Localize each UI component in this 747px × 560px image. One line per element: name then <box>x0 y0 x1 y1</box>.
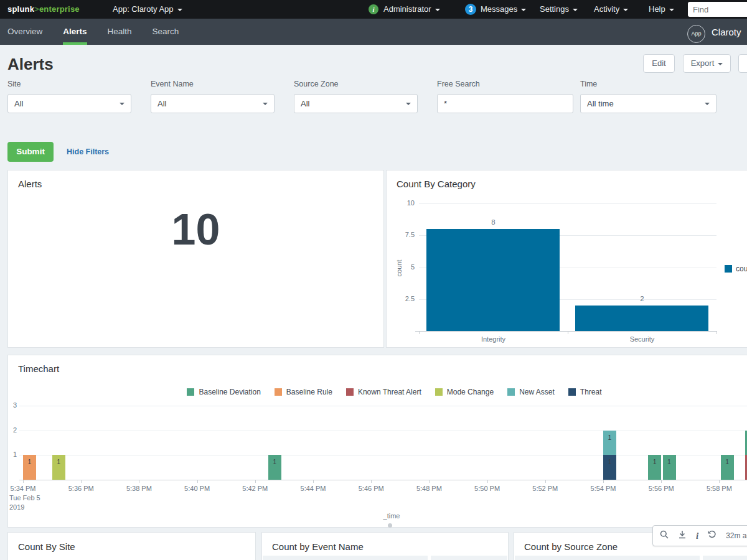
x-axis-tick-label: 5:40 PM <box>177 485 217 492</box>
free-search-input[interactable] <box>437 94 573 113</box>
app-menu-label: App: Claroty App <box>113 4 174 14</box>
x-axis-tickmark <box>603 480 604 483</box>
x-axis-category-label: Integrity <box>419 335 568 343</box>
count-by-category-panel: Count By Category 2.557.510count8Integri… <box>386 170 747 348</box>
x-axis-line <box>415 331 716 332</box>
tab-health[interactable]: Health <box>108 19 132 45</box>
x-axis-line <box>19 480 747 480</box>
site-dropdown-value: All <box>14 99 23 108</box>
hide-filters-link[interactable]: Hide Filters <box>67 147 109 156</box>
bar-segment-value-label: 1 <box>648 458 661 465</box>
x-axis-tick-label: 5:42 PM <box>235 485 275 492</box>
y-axis-label: count <box>395 256 403 281</box>
x-axis-tickmark <box>719 480 720 483</box>
timechart-panel: Timechart Baseline DeviationBaseline Rul… <box>7 355 747 528</box>
magnifier-icon[interactable] <box>660 530 669 541</box>
filter-label-time: Time <box>580 80 597 88</box>
y-axis-tick-label: 1 <box>8 450 17 458</box>
chevron-down-icon <box>718 63 723 65</box>
download-icon[interactable] <box>678 530 687 541</box>
tab-overview[interactable]: Overview <box>7 19 42 45</box>
x-axis-tickmark <box>568 331 568 334</box>
settings-menu[interactable]: Settings <box>540 0 578 19</box>
y-axis-tick-label: 3 <box>8 401 17 409</box>
activity-label: Activity <box>594 4 619 14</box>
edit-button[interactable]: Edit <box>643 54 675 73</box>
x-axis-tickmark <box>419 331 420 334</box>
user-menu[interactable]: Administrator <box>383 0 440 19</box>
find-search-input[interactable] <box>688 2 747 17</box>
filter-label-source-zone: Source Zone <box>294 80 339 88</box>
filter-label-free-search: Free Search <box>437 80 480 88</box>
activity-menu[interactable]: Activity <box>594 0 628 19</box>
app-menu[interactable]: App: Claroty App <box>113 0 182 19</box>
chevron-down-icon <box>521 9 526 11</box>
chevron-down-icon <box>669 9 674 11</box>
category-bar-security[interactable] <box>575 306 708 331</box>
x-axis-tick-label: 5:48 PM <box>409 485 449 492</box>
filter-label-event-name: Event Name <box>151 80 194 88</box>
panel-title-count-by-event-name: Count by Event Name <box>272 541 364 552</box>
more-button[interactable] <box>738 54 747 73</box>
table-column-divider <box>700 556 703 560</box>
bar-segment-value-label: 1 <box>721 458 734 465</box>
messages-count-badge: 3 <box>465 4 476 15</box>
source-zone-dropdown-value: All <box>301 99 309 108</box>
refresh-icon[interactable] <box>708 530 716 541</box>
count-by-category-chart: 2.557.510count8Integrity2Securitycount <box>387 170 747 347</box>
chevron-down-icon <box>120 103 125 105</box>
x-axis-tick-label: 5:52 PM <box>525 485 565 492</box>
gridline <box>19 431 747 431</box>
panel-title-alerts: Alerts <box>18 179 42 189</box>
panel-title-count-by-site: Count By Site <box>18 541 75 552</box>
time-range-dropdown-value: All time <box>587 99 614 108</box>
page-title: Alerts <box>7 55 54 74</box>
info-icon[interactable]: i <box>696 531 698 540</box>
splunk-logo[interactable]: splunk>enterprise <box>7 0 80 19</box>
legend-label[interactable]: count <box>736 264 747 273</box>
export-button[interactable]: Export <box>683 54 731 73</box>
chevron-down-icon <box>573 9 578 11</box>
filter-label-site: Site <box>7 80 21 88</box>
bar-value-label: 8 <box>419 218 568 226</box>
info-badge-icon: i <box>369 4 378 14</box>
help-menu[interactable]: Help <box>649 0 674 19</box>
messages-label: Messages <box>481 4 517 14</box>
site-dropdown[interactable]: All <box>7 94 131 113</box>
chevron-down-icon <box>177 9 182 11</box>
bar-segment-value-label: 1 <box>663 458 676 465</box>
timechart-date-line2: 2019 <box>9 503 40 512</box>
x-axis-tick-label: 5:50 PM <box>467 485 507 492</box>
submit-button[interactable]: Submit <box>7 142 54 162</box>
x-axis-tickmark <box>716 331 717 334</box>
y-axis-tick-label: 10 <box>387 199 415 207</box>
top-nav-bar: splunk>enterprise App: Claroty App i Adm… <box>0 0 747 19</box>
tab-search[interactable]: Search <box>153 19 179 45</box>
bar-segment-value-label: 1 <box>52 458 65 465</box>
event-name-dropdown[interactable]: All <box>151 94 275 113</box>
messages-menu[interactable]: Messages <box>481 0 526 19</box>
panel-title-count-by-source-zone: Count by Source Zone <box>524 541 618 552</box>
chevron-down-icon <box>705 103 710 105</box>
user-menu-label: Administrator <box>383 4 431 14</box>
app-name-label: Claroty <box>712 19 741 45</box>
x-axis-tick-label: 5:36 PM <box>61 485 101 492</box>
bar-segment-value-label: 1 <box>603 434 616 441</box>
bar-segment-value-label: 1 <box>23 458 36 465</box>
tab-alerts[interactable]: Alerts <box>63 19 87 45</box>
x-axis-tickmark <box>255 480 256 483</box>
x-axis-tickmark <box>197 480 198 483</box>
category-bar-integrity[interactable] <box>426 229 560 331</box>
source-zone-dropdown[interactable]: All <box>294 94 418 113</box>
gridline <box>19 406 747 406</box>
y-axis-tick-label: 2 <box>8 426 17 434</box>
timechart-date-label: Tue Feb 5 2019 <box>9 493 40 512</box>
y-axis-tick-label: 2.5 <box>387 295 415 302</box>
panel-resize-handle[interactable] <box>388 523 392 528</box>
legend-swatch <box>725 265 732 273</box>
panel-hover-toolbar: i 32m ago <box>652 525 747 546</box>
time-range-dropdown[interactable]: All time <box>580 94 716 113</box>
app-nav-bar: OverviewAlertsHealthSearch App Claroty <box>0 19 747 45</box>
x-axis-tick-label: 5:34 PM <box>3 485 43 492</box>
x-axis-tick-label: 5:54 PM <box>583 485 623 492</box>
